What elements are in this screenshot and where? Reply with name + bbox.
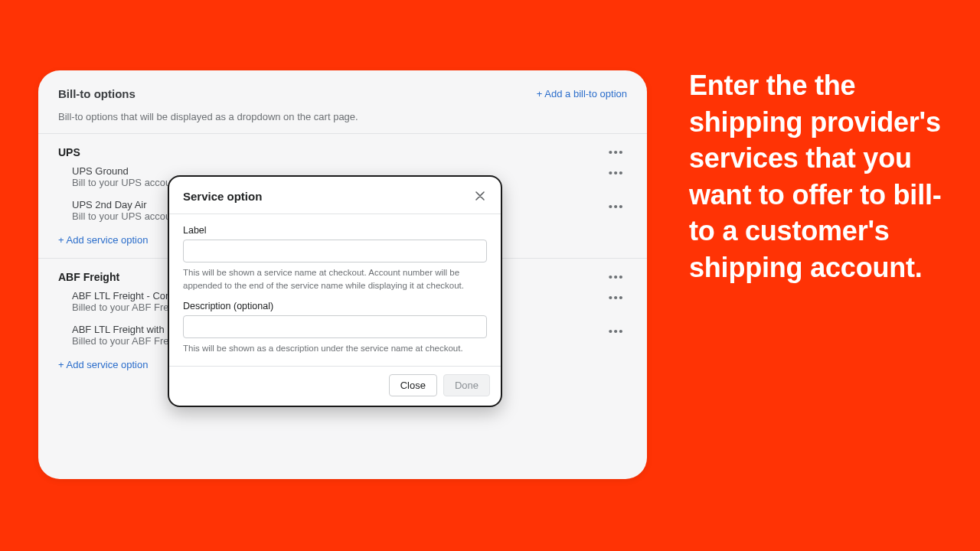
service-name: UPS 2nd Day Air: [72, 199, 179, 210]
service-name: UPS Ground: [72, 165, 179, 177]
more-icon[interactable]: •••: [606, 290, 627, 305]
provider-name: ABF Freight: [58, 271, 119, 283]
more-icon[interactable]: •••: [606, 324, 627, 338]
modal-body: Label This will be shown a service name …: [169, 214, 501, 366]
more-icon[interactable]: •••: [606, 269, 627, 284]
add-bill-to-option-link[interactable]: + Add a bill-to option: [537, 88, 627, 99]
section-title: Bill-to options: [58, 87, 136, 100]
section-title-row: Bill-to options + Add a bill-to option: [58, 87, 627, 100]
section-header: Bill-to options + Add a bill-to option B…: [38, 70, 647, 133]
service-option-modal: Service option Label This will be shown …: [168, 175, 502, 407]
provider-name: UPS: [58, 146, 80, 158]
done-button[interactable]: Done: [443, 374, 490, 396]
section-subtitle: Bill-to options that will be displayed a…: [58, 111, 627, 122]
promo-text: Enter the the shipping provider's servic…: [689, 67, 953, 285]
modal-footer: Close Done: [169, 366, 501, 406]
modal-title: Service option: [183, 190, 262, 203]
close-button[interactable]: Close: [389, 374, 437, 396]
service-desc: Bill to your UPS account: [72, 210, 179, 222]
modal-header: Service option: [169, 177, 501, 214]
x-icon: [475, 191, 485, 201]
description-input[interactable]: [183, 315, 487, 338]
service-info: UPS Ground Bill to your UPS account: [72, 165, 179, 188]
label-input[interactable]: [183, 240, 487, 262]
description-help-text: This will be shown as a description unde…: [183, 342, 487, 355]
description-field-label: Description (optional): [183, 301, 487, 311]
service-desc: Bill to your UPS account: [72, 177, 179, 188]
more-icon[interactable]: •••: [606, 199, 627, 214]
label-field-label: Label: [183, 225, 487, 236]
provider-header-row: UPS •••: [58, 145, 627, 159]
more-icon[interactable]: •••: [606, 145, 627, 159]
service-info: UPS 2nd Day Air Bill to your UPS account: [72, 199, 179, 222]
label-help-text: This will be shown a service name at che…: [183, 266, 487, 292]
close-icon[interactable]: [473, 189, 487, 203]
more-icon[interactable]: •••: [606, 165, 627, 180]
